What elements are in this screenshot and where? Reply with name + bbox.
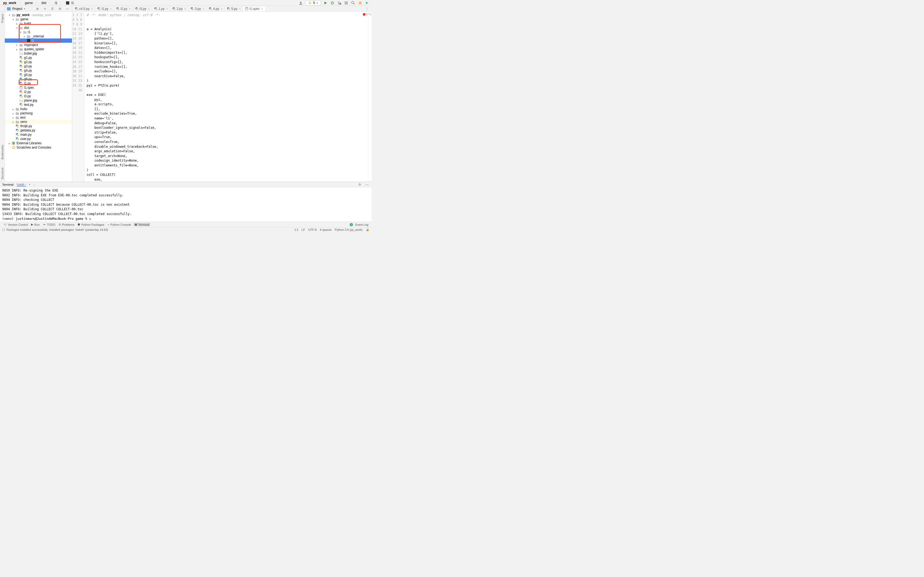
terminal-output[interactable]: 9859 INFO: Re-signing the EXE 9892 INFO:… xyxy=(0,187,372,222)
breadcrumb-item[interactable]: l1 xyxy=(54,1,58,5)
search-icon[interactable] xyxy=(351,0,355,5)
editor-tab[interactable]: l1.spec× xyxy=(243,6,265,11)
new-terminal-button[interactable]: + xyxy=(29,183,31,187)
collapse-all-icon[interactable]: ⇵ xyxy=(50,6,55,11)
close-icon[interactable]: × xyxy=(129,7,131,10)
breadcrumb-item[interactable]: dist xyxy=(40,1,48,5)
event-log[interactable]: 3 Event Log xyxy=(349,223,370,226)
editor-tab[interactable]: 5.py× xyxy=(225,6,243,11)
code-area[interactable]: # -*- mode: python ; coding: utf-8 -*- a… xyxy=(84,12,368,182)
close-icon[interactable]: × xyxy=(184,7,186,10)
tree-row[interactable]: g4.py xyxy=(5,68,72,73)
caret-icon[interactable]: ▸ xyxy=(16,44,18,47)
editor-tab[interactable]: 4.py× xyxy=(207,6,225,11)
select-opened-icon[interactable]: ⊕ xyxy=(35,6,40,11)
tree-row[interactable]: ▾py_work ~/work/py_work xyxy=(5,13,72,17)
tree-row[interactable]: ▸huitu xyxy=(5,107,72,111)
caret-icon[interactable]: ▾ xyxy=(19,31,22,34)
project-label[interactable]: Project xyxy=(12,7,22,11)
editor-tab[interactable]: 3.py× xyxy=(189,6,207,11)
tree-row[interactable]: g6.py xyxy=(5,77,72,81)
caret-icon[interactable]: ▸ xyxy=(12,108,15,111)
tool-tab-project[interactable]: Project xyxy=(1,14,4,23)
hide-icon[interactable]: — xyxy=(365,182,370,187)
close-icon[interactable]: × xyxy=(221,7,223,10)
tree-row[interactable]: g2.py xyxy=(5,60,72,64)
sync-icon[interactable] xyxy=(358,0,363,5)
caret-icon[interactable]: ▾ xyxy=(12,18,15,21)
gear-icon[interactable]: ⚙ xyxy=(357,182,362,187)
breadcrumb-item[interactable]: l1 xyxy=(70,1,75,5)
user-icon[interactable] xyxy=(298,0,303,5)
caret-icon[interactable]: ▸ xyxy=(8,142,11,145)
tree-row[interactable]: bullet.jpg xyxy=(5,51,72,56)
run-button[interactable] xyxy=(323,0,328,5)
tree-row[interactable]: l1 xyxy=(5,39,72,43)
caret-icon[interactable]: ▸ xyxy=(23,35,26,38)
tree-row[interactable]: l3.py xyxy=(5,94,72,98)
caret-icon[interactable]: ▾ xyxy=(8,14,11,16)
hide-icon[interactable]: — xyxy=(65,6,70,11)
chevron-down-icon[interactable]: ⌄ xyxy=(33,183,35,186)
tree-row[interactable]: ▸myproject xyxy=(5,43,72,47)
bottom-tab-vcs[interactable]: ⌥Version Control xyxy=(2,223,29,226)
bottom-tab-pycon[interactable]: ⌁Python Console xyxy=(107,223,132,226)
tree-row[interactable]: plane.jpg xyxy=(5,98,72,103)
debug-button[interactable] xyxy=(330,0,335,5)
bottom-tab-todo[interactable]: ≔TODO xyxy=(42,223,57,226)
breadcrumb-item[interactable]: game xyxy=(24,1,34,5)
tree-row[interactable]: g1.py xyxy=(5,56,72,60)
caret-icon[interactable]: ▸ xyxy=(16,22,18,25)
tree-row[interactable]: ▾game xyxy=(5,17,72,21)
gear-icon[interactable]: ⚙ xyxy=(58,6,62,11)
tabs-more-icon[interactable]: ⋮ xyxy=(365,6,370,11)
breadcrumb-item[interactable]: py_work xyxy=(2,1,18,5)
tree-row[interactable]: l2.py xyxy=(5,90,72,94)
coverage-button[interactable] xyxy=(337,0,342,5)
caret-icon[interactable]: ▸ xyxy=(12,112,15,115)
project-tree[interactable]: ▾py_work ~/work/py_work▾game▸build▾dist▾… xyxy=(5,12,72,182)
tree-row[interactable]: ▸pachong xyxy=(5,111,72,115)
ide-update-icon[interactable] xyxy=(365,0,370,5)
bottom-tab-pkg[interactable]: ⬢Python Packages xyxy=(76,223,105,226)
editor-tab[interactable]: 1.py× xyxy=(152,6,170,11)
tool-tab-bookmarks[interactable]: Bookmarks xyxy=(1,145,4,160)
caret-icon[interactable]: ▸ xyxy=(12,121,15,123)
tree-row[interactable]: ▸test xyxy=(5,115,72,120)
close-icon[interactable]: × xyxy=(148,7,149,10)
chevron-down-icon[interactable]: ▾ xyxy=(24,7,25,10)
tree-row[interactable]: ▸External Libraries xyxy=(5,141,72,145)
editor-tab[interactable]: c4.5.py× xyxy=(73,6,95,11)
caret-icon[interactable]: ▸ xyxy=(12,116,15,119)
editor-tab[interactable]: 2.py× xyxy=(170,6,189,11)
tree-row[interactable]: ▾dist xyxy=(5,26,72,30)
bottom-tab-term[interactable]: ▣Terminal xyxy=(133,223,150,226)
file-encoding[interactable]: UTF-8 xyxy=(308,228,317,231)
error-indicator[interactable]: 1 ^ v xyxy=(363,13,371,16)
tree-row[interactable]: ▾l1 xyxy=(5,30,72,34)
line-separator[interactable]: LF xyxy=(302,228,305,231)
bottom-tab-problems[interactable]: ⊘Problems xyxy=(58,223,75,226)
tool-tab-structure[interactable]: Structure xyxy=(1,168,4,179)
caret-position[interactable]: 1:1 xyxy=(294,228,298,231)
tree-row[interactable]: ▸quotes_spider xyxy=(5,47,72,51)
tree-row[interactable]: l1.spec xyxy=(5,85,72,90)
close-icon[interactable]: × xyxy=(24,183,26,186)
close-icon[interactable]: × xyxy=(110,7,112,10)
close-icon[interactable]: × xyxy=(261,7,263,10)
editor-tab[interactable]: l1.py× xyxy=(95,6,114,11)
close-icon[interactable]: × xyxy=(202,7,204,10)
close-icon[interactable]: × xyxy=(239,7,241,10)
run-config-selector[interactable]: 5 ▾ xyxy=(305,0,321,6)
tree-row[interactable]: firstjk.py xyxy=(5,124,72,128)
bottom-tab-run[interactable]: ▶Run xyxy=(30,223,40,226)
indent-setting[interactable]: 4 spaces xyxy=(320,228,331,231)
terminal-tab[interactable]: Local × xyxy=(17,183,26,187)
lock-icon[interactable]: 🔒 xyxy=(366,228,370,231)
breadcrumb[interactable]: py_work 〉 game 〉 dist 〉 l1 〉 l1 xyxy=(2,0,76,5)
tree-row[interactable]: g5.py xyxy=(5,73,72,77)
tree-row[interactable]: user.py xyxy=(5,137,72,141)
tree-row[interactable]: ▸venv xyxy=(5,120,72,124)
tree-row[interactable]: l1.py xyxy=(5,81,72,85)
tree-row[interactable]: getdata.py xyxy=(5,128,72,132)
